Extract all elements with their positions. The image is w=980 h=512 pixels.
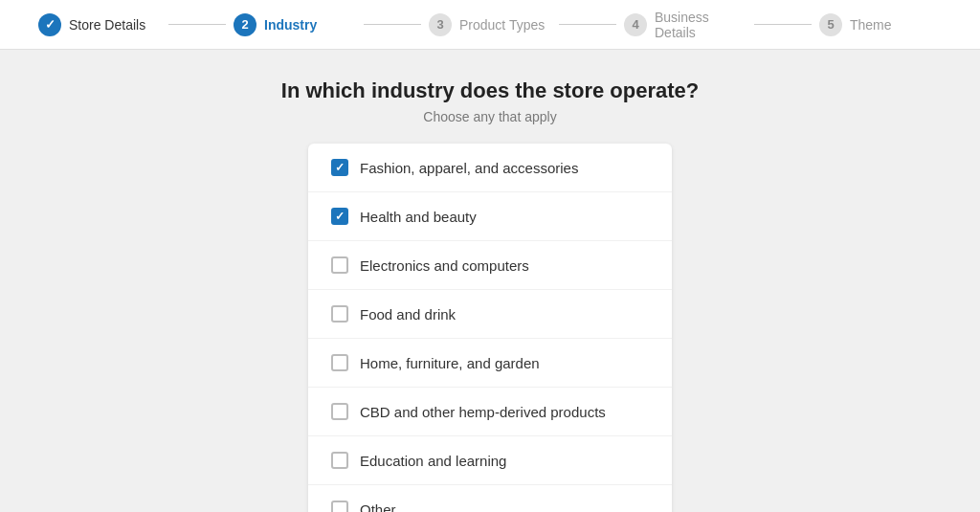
step-5-label: Theme [850, 17, 892, 33]
option-row-fashion[interactable]: ✓Fashion, apparel, and accessories [308, 144, 672, 192]
step-3-label: Product Types [459, 17, 545, 33]
step-1-number: ✓ [38, 13, 61, 36]
main-content: In which industry does the store operate… [0, 50, 980, 512]
checkmark-fashion: ✓ [335, 162, 345, 173]
option-row-other[interactable]: Other [308, 485, 672, 512]
option-label-other: Other [360, 501, 396, 513]
step-1-label: Store Details [69, 17, 145, 33]
option-row-food[interactable]: Food and drink [308, 290, 672, 339]
checkbox-health: ✓ [331, 208, 348, 225]
step-divider-2 [364, 24, 421, 25]
option-row-home[interactable]: Home, furniture, and garden [308, 339, 672, 388]
checkbox-education [331, 452, 348, 469]
checkmark-health: ✓ [335, 211, 345, 222]
step-2-number: 2 [234, 13, 256, 36]
step-2-label: Industry [264, 17, 317, 33]
option-row-health[interactable]: ✓Health and beauty [308, 192, 672, 241]
step-5-number: 5 [819, 13, 842, 36]
checkbox-home [331, 354, 348, 371]
option-label-food: Food and drink [360, 306, 456, 323]
page-title: In which industry does the store operate… [281, 78, 699, 103]
step-theme[interactable]: 5 Theme [819, 13, 942, 36]
step-industry[interactable]: 2 Industry [234, 13, 356, 36]
page-subtitle: Choose any that apply [423, 109, 556, 124]
step-4-number: 4 [624, 13, 647, 36]
option-row-cbd[interactable]: CBD and other hemp-derived products [308, 388, 672, 436]
option-label-health: Health and beauty [360, 209, 477, 225]
step-divider-1 [168, 24, 226, 25]
option-label-electronics: Electronics and computers [360, 257, 529, 274]
checkbox-food [331, 305, 348, 323]
step-4-label: Business Details [655, 10, 746, 40]
option-label-cbd: CBD and other hemp-derived products [360, 404, 606, 420]
checkbox-electronics [331, 256, 348, 274]
step-store-details[interactable]: ✓ Store Details [38, 13, 161, 36]
step-3-number: 3 [429, 13, 452, 36]
checkbox-cbd [331, 403, 348, 420]
option-row-electronics[interactable]: Electronics and computers [308, 241, 672, 290]
option-label-education: Education and learning [360, 453, 506, 469]
step-divider-4 [754, 24, 812, 25]
options-card: ✓Fashion, apparel, and accessories✓Healt… [308, 144, 672, 512]
checkbox-fashion: ✓ [331, 159, 348, 176]
step-product-types[interactable]: 3 Product Types [429, 13, 551, 36]
checkbox-other [331, 501, 348, 512]
stepper: ✓ Store Details 2 Industry 3 Product Typ… [0, 0, 980, 50]
step-business-details[interactable]: 4 Business Details [624, 10, 746, 40]
option-label-fashion: Fashion, apparel, and accessories [360, 160, 578, 176]
option-row-education[interactable]: Education and learning [308, 436, 672, 485]
option-label-home: Home, furniture, and garden [360, 355, 540, 371]
step-divider-3 [559, 24, 616, 25]
